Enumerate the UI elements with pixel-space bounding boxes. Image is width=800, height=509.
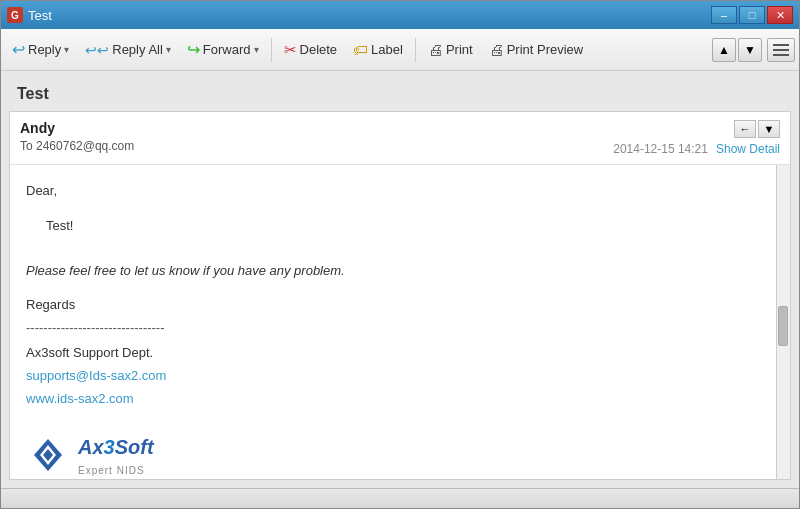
- show-detail-link[interactable]: Show Detail: [716, 142, 780, 156]
- reply-label: Reply: [28, 42, 61, 57]
- scrollbar-thumb[interactable]: [778, 306, 788, 346]
- body-dear: Dear,: [26, 181, 770, 202]
- body-support-email[interactable]: supports@Ids-sax2.com: [26, 366, 770, 387]
- body-italic: Please feel free to let us know if you h…: [26, 261, 770, 282]
- logo-text-area: Ax3Soft Expert NIDS: [78, 431, 154, 479]
- nav-buttons: ▲ ▼: [712, 38, 762, 62]
- delete-button[interactable]: ✂ Delete: [277, 34, 345, 66]
- logo-svg: [26, 435, 70, 475]
- window-title: Test: [28, 8, 52, 23]
- sender-to: To 2460762@qq.com: [20, 139, 613, 153]
- label-icon: 🏷: [353, 41, 368, 58]
- title-bar-left: G Test: [7, 7, 52, 23]
- print-preview-icon: 🖨: [489, 41, 504, 58]
- status-bar: [1, 488, 799, 508]
- body-test: Test!: [46, 216, 770, 237]
- forward-button[interactable]: ↪ Forward ▾: [180, 34, 266, 66]
- minimize-button[interactable]: –: [711, 6, 737, 24]
- reply-arrow-button[interactable]: ←: [734, 120, 756, 138]
- logo-area: Ax3Soft Expert NIDS: [26, 423, 770, 479]
- delete-icon: ✂: [284, 41, 297, 59]
- logo-tagline: Expert NIDS: [78, 463, 154, 479]
- nav-prev-button[interactable]: ▲: [712, 38, 736, 62]
- main-window: G Test – □ ✕ ↩ Reply ▾ ↩↩ Reply All ▾ ↪ …: [0, 0, 800, 509]
- body-regards: Regards: [26, 295, 770, 316]
- svg-rect-2: [773, 54, 789, 56]
- close-button[interactable]: ✕: [767, 6, 793, 24]
- email-header: Andy To 2460762@qq.com ← ▼ 2014-12-15 14…: [10, 112, 790, 165]
- separator-1: [271, 38, 272, 62]
- print-button[interactable]: 🖨 Print: [421, 34, 480, 66]
- print-label: Print: [446, 42, 473, 57]
- print-icon: 🖨: [428, 41, 443, 58]
- restore-button[interactable]: □: [739, 6, 765, 24]
- sender-info: Andy To 2460762@qq.com: [20, 120, 613, 153]
- body-support-website[interactable]: www.ids-sax2.com: [26, 389, 770, 410]
- print-preview-label: Print Preview: [507, 42, 584, 57]
- reply-icon: ↩: [12, 40, 25, 59]
- app-icon: G: [7, 7, 23, 23]
- reply-dropdown-icon: ▾: [64, 44, 69, 55]
- email-body-content: Dear, Test! Please feel free to let us k…: [26, 181, 770, 479]
- reply-all-dropdown-icon: ▾: [166, 44, 171, 55]
- delete-label: Delete: [300, 42, 338, 57]
- email-header-right: ← ▼ 2014-12-15 14:21 Show Detail: [613, 120, 780, 156]
- body-dashes: --------------------------------: [26, 318, 770, 339]
- scrollbar[interactable]: [776, 165, 790, 479]
- content-area: Test Andy To 2460762@qq.com ← ▼ 2014-12-…: [1, 71, 799, 488]
- logo-icon: [26, 435, 70, 475]
- dropdown-arrow-button[interactable]: ▼: [758, 120, 780, 138]
- email-header-actions: ← ▼: [734, 120, 780, 138]
- separator-2: [415, 38, 416, 62]
- toolbar: ↩ Reply ▾ ↩↩ Reply All ▾ ↪ Forward ▾ ✂ D…: [1, 29, 799, 71]
- email-container: Andy To 2460762@qq.com ← ▼ 2014-12-15 14…: [9, 111, 791, 480]
- title-bar: G Test – □ ✕: [1, 1, 799, 29]
- label-label: Label: [371, 42, 403, 57]
- reply-all-button[interactable]: ↩↩ Reply All ▾: [78, 34, 178, 66]
- body-support-dept: Ax3soft Support Dept.: [26, 343, 770, 364]
- reply-button[interactable]: ↩ Reply ▾: [5, 34, 76, 66]
- email-body: Dear, Test! Please feel free to let us k…: [10, 165, 790, 479]
- svg-rect-1: [773, 49, 789, 51]
- reply-all-label: Reply All: [112, 42, 163, 57]
- page-title: Test: [9, 79, 791, 111]
- menu-button[interactable]: [767, 38, 795, 62]
- label-button[interactable]: 🏷 Label: [346, 34, 410, 66]
- forward-icon: ↪: [187, 40, 200, 59]
- nav-next-button[interactable]: ▼: [738, 38, 762, 62]
- email-timestamp: 2014-12-15 14:21: [613, 142, 708, 156]
- forward-dropdown-icon: ▾: [254, 44, 259, 55]
- logo-brand: Ax3Soft: [78, 431, 154, 463]
- menu-icon: [773, 44, 789, 56]
- forward-label: Forward: [203, 42, 251, 57]
- reply-all-icon: ↩↩: [85, 42, 109, 58]
- svg-rect-0: [773, 44, 789, 46]
- print-preview-button[interactable]: 🖨 Print Preview: [482, 34, 591, 66]
- window-controls: – □ ✕: [711, 6, 793, 24]
- sender-name: Andy: [20, 120, 613, 136]
